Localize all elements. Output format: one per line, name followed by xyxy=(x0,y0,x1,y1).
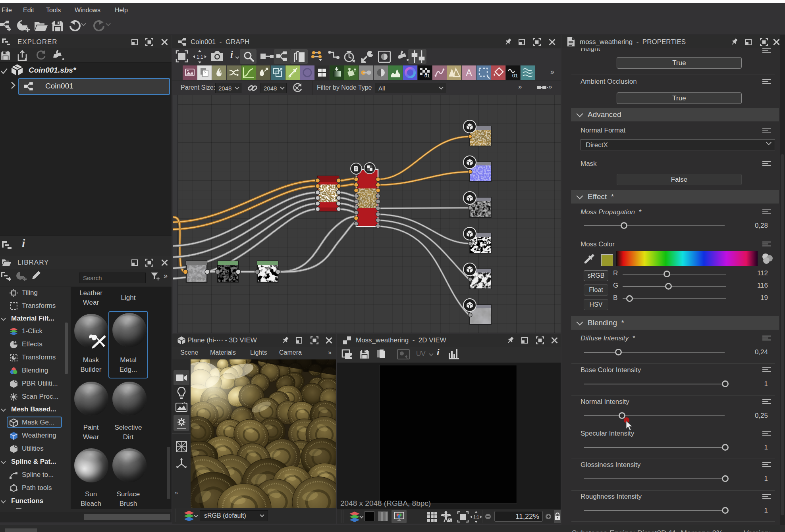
svg-text:01: 01 xyxy=(512,73,518,79)
svg-text:1:1: 1:1 xyxy=(473,515,479,519)
svg-text:1:1: 1:1 xyxy=(197,54,203,60)
svg-text:A: A xyxy=(466,67,472,78)
svg-text:01: 01 xyxy=(424,73,430,79)
